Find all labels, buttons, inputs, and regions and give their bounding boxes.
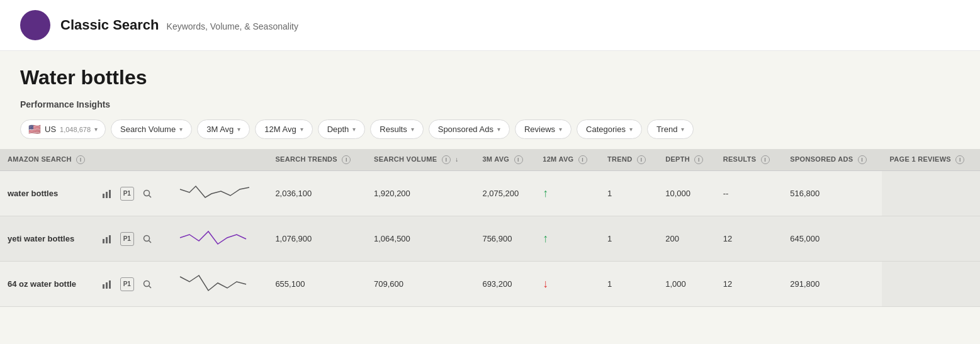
chart-cell	[169, 171, 268, 216]
search-icon[interactable]	[139, 186, 155, 202]
info-icon[interactable]: i	[694, 155, 703, 164]
categories-label: Categories	[586, 125, 626, 134]
us-flag-icon: 🇺🇸	[28, 123, 41, 135]
depth-cell: 1	[600, 216, 658, 262]
filter-bar: 🇺🇸 US 1,048,678 ▾ Search Volume ▾ 3M Avg…	[20, 119, 960, 149]
col-page1-reviews: PAGE 1 REVIEWS i	[882, 149, 980, 171]
info-icon[interactable]: i	[858, 155, 867, 164]
keyword-cell: 64 oz water bottle	[0, 262, 91, 307]
search-icon[interactable]	[139, 276, 155, 292]
p1-icon[interactable]: P1	[120, 277, 134, 291]
svg-rect-6	[106, 237, 108, 243]
action-icons: P1	[99, 186, 162, 202]
page1-reviews-cell: 516,800	[782, 171, 882, 216]
action-icons: P1	[99, 276, 162, 292]
svg-rect-11	[106, 282, 108, 289]
12m-avg-cell: 2,075,200	[475, 171, 535, 216]
info-icon[interactable]: i	[637, 155, 646, 164]
results-cell: 1,000	[658, 262, 716, 307]
chevron-down-icon: ▾	[497, 126, 500, 133]
filter-categories[interactable]: Categories ▾	[577, 119, 642, 139]
results-cell: 200	[658, 216, 716, 262]
chevron-down-icon: ▾	[411, 126, 414, 133]
reviews-label: Reviews	[524, 125, 555, 134]
svg-point-3	[144, 190, 149, 196]
search-icon[interactable]	[139, 231, 155, 247]
filter-results[interactable]: Results ▾	[370, 119, 423, 139]
sponsored-ads-cell: --	[716, 171, 783, 216]
trend-cell: ↑	[535, 216, 600, 262]
filter-sponsored-ads[interactable]: Sponsored Ads ▾	[429, 119, 510, 139]
trend-down-icon: ↓	[543, 277, 548, 290]
col-search-trends: SEARCH TRENDS i	[268, 149, 366, 171]
app-header: Classic Search Keywords, Volume, & Seaso…	[0, 0, 980, 51]
chevron-down-icon: ▾	[352, 126, 356, 133]
p1-icon[interactable]: P1	[120, 232, 134, 246]
info-icon[interactable]: i	[342, 155, 351, 164]
results-label: Results	[380, 125, 407, 134]
trend-up-icon: ↑	[543, 232, 548, 245]
filter-search-volume[interactable]: Search Volume ▾	[111, 119, 192, 139]
action-icons: P1	[99, 231, 162, 247]
bar-chart-icon[interactable]	[99, 231, 115, 247]
info-icon[interactable]: i	[955, 155, 964, 164]
col-sponsored-ads: SPONSORED ADS i	[782, 149, 882, 171]
content-area: Water bottles Performance Insights 🇺🇸 US…	[0, 51, 980, 149]
3m-avg-label: 3M Avg	[206, 125, 234, 134]
bar-chart-icon[interactable]	[99, 186, 115, 202]
svg-point-13	[144, 280, 149, 286]
filter-12m-avg[interactable]: 12M Avg ▾	[255, 119, 312, 139]
info-icon[interactable]: i	[514, 155, 523, 164]
svg-rect-5	[103, 239, 104, 243]
trend-cell: ↑	[535, 171, 600, 216]
search-volume-cell: 655,100	[268, 262, 366, 307]
info-icon[interactable]: i	[76, 155, 85, 164]
keyword-cell: water bottles	[0, 171, 91, 216]
col-trend: TREND i	[600, 149, 658, 171]
12m-avg-cell: 693,200	[475, 262, 535, 307]
svg-rect-10	[103, 284, 104, 289]
12m-avg-cell: 756,900	[475, 216, 535, 262]
3m-avg-cell: 1,920,200	[366, 171, 475, 216]
chevron-down-icon: ▾	[300, 126, 303, 133]
app-title: Classic Search	[60, 17, 159, 33]
info-icon[interactable]: i	[761, 155, 770, 164]
table-header-row: AMAZON SEARCH i SEARCH TRENDS i SEARCH V…	[0, 149, 980, 171]
filter-reviews[interactable]: Reviews ▾	[515, 119, 572, 139]
trend-label: Trend	[656, 125, 677, 134]
p1-icon[interactable]: P1	[120, 187, 134, 201]
page-title: Water bottles	[20, 66, 960, 89]
chevron-down-icon: ▾	[559, 126, 562, 133]
3m-avg-cell: 709,600	[366, 262, 475, 307]
chart-cell	[169, 262, 268, 307]
app-subtitle: Keywords, Volume, & Seasonality	[167, 21, 298, 31]
svg-rect-7	[109, 235, 111, 243]
col-search-volume: SEARCH VOLUME i ↓	[366, 149, 475, 171]
col-3m-avg: 3M AVG i	[475, 149, 535, 171]
us-label: US	[45, 125, 56, 134]
chevron-down-icon: ▾	[179, 126, 183, 133]
svg-line-14	[149, 286, 151, 288]
depth-label: Depth	[327, 125, 349, 134]
page1-reviews-cell: 645,000	[782, 216, 882, 262]
action-cell: P1	[91, 262, 169, 307]
action-cell: P1	[91, 171, 169, 216]
filter-3m-avg[interactable]: 3M Avg ▾	[197, 119, 250, 139]
col-amazon-search: AMAZON SEARCH i	[0, 149, 268, 171]
chevron-down-icon: ▾	[681, 126, 684, 133]
filter-trend[interactable]: Trend ▾	[647, 119, 694, 139]
search-volume-label: Search Volume	[120, 125, 176, 134]
info-icon[interactable]: i	[578, 155, 587, 164]
page1-reviews-cell: 291,800	[782, 262, 882, 307]
us-count: 1,048,678	[60, 126, 91, 133]
data-table-container: AMAZON SEARCH i SEARCH TRENDS i SEARCH V…	[0, 149, 980, 307]
svg-rect-2	[109, 190, 111, 198]
filter-us[interactable]: 🇺🇸 US 1,048,678 ▾	[20, 119, 106, 139]
filter-depth[interactable]: Depth ▾	[318, 119, 366, 139]
info-icon[interactable]: i	[442, 155, 451, 164]
results-cell: 10,000	[658, 171, 716, 216]
bar-chart-icon[interactable]	[99, 276, 115, 292]
sort-icon[interactable]: ↓	[455, 156, 458, 163]
chart-cell	[169, 216, 268, 262]
results-table: AMAZON SEARCH i SEARCH TRENDS i SEARCH V…	[0, 149, 980, 307]
